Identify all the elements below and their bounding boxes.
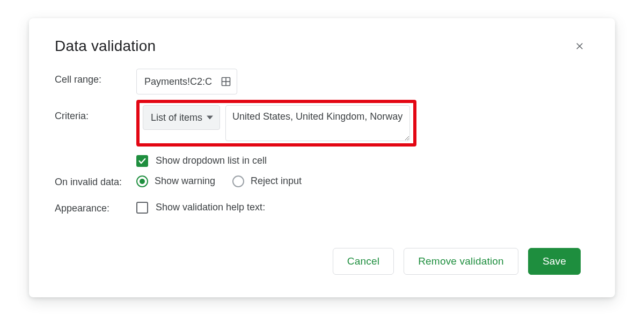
- criteria-highlight-annotation: List of items: [136, 100, 416, 147]
- reject-input-radio[interactable]: [232, 175, 244, 187]
- show-warning-radio-item[interactable]: Show warning: [136, 175, 215, 187]
- cell-range-label: Cell range:: [55, 69, 136, 85]
- checkmark-icon: [138, 157, 147, 165]
- show-dropdown-row: Show dropdown list in cell: [136, 155, 588, 167]
- grid-select-icon[interactable]: [221, 76, 231, 87]
- criteria-type-dropdown[interactable]: List of items: [143, 105, 220, 130]
- on-invalid-row: On invalid data: Show warning Reject inp…: [55, 175, 588, 188]
- close-button[interactable]: [571, 38, 588, 55]
- close-icon: [575, 41, 584, 51]
- criteria-label: Criteria:: [55, 100, 136, 122]
- show-help-text-checkbox[interactable]: [136, 202, 148, 214]
- caret-down-icon: [207, 114, 213, 121]
- reject-input-label: Reject input: [251, 175, 302, 187]
- show-warning-label: Show warning: [155, 175, 215, 187]
- show-warning-radio[interactable]: [136, 175, 148, 187]
- dialog-button-row: Cancel Remove validation Save: [333, 248, 581, 275]
- cell-range-value: Payments!C2:C: [144, 76, 212, 87]
- show-dropdown-label: Show dropdown list in cell: [156, 155, 267, 166]
- cell-range-row: Cell range: Payments!C2:C: [55, 69, 588, 94]
- on-invalid-radio-group: Show warning Reject input: [136, 175, 588, 187]
- cell-range-input[interactable]: Payments!C2:C: [136, 69, 237, 94]
- show-dropdown-checkbox[interactable]: [136, 155, 148, 167]
- criteria-type-value: List of items: [151, 112, 202, 123]
- dialog-header: Data validation: [55, 38, 588, 55]
- data-validation-dialog: Data validation Cell range: Payments!C2:…: [29, 18, 615, 297]
- appearance-label: Appearance:: [55, 202, 136, 214]
- save-button[interactable]: Save: [528, 248, 581, 275]
- criteria-row: Criteria: List of items: [55, 100, 588, 147]
- cancel-button[interactable]: Cancel: [333, 248, 394, 275]
- show-help-text-label: Show validation help text:: [156, 202, 265, 213]
- show-help-text-row: Show validation help text:: [136, 202, 588, 214]
- appearance-row: Appearance: Show validation help text:: [55, 202, 588, 214]
- remove-validation-button[interactable]: Remove validation: [404, 248, 518, 275]
- dialog-title: Data validation: [55, 38, 156, 55]
- criteria-items-input[interactable]: [225, 105, 410, 141]
- reject-input-radio-item[interactable]: Reject input: [232, 175, 302, 187]
- on-invalid-label: On invalid data:: [55, 175, 136, 188]
